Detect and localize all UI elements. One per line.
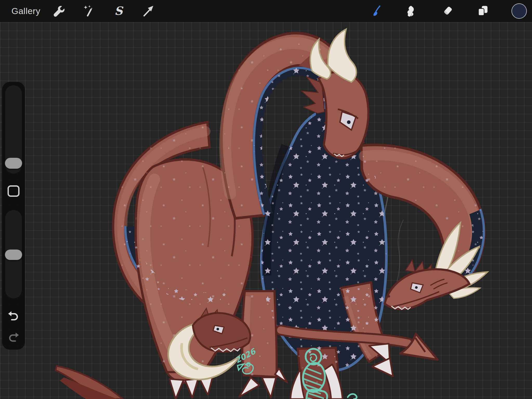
opacity-handle[interactable]	[5, 250, 22, 260]
dragon-right-head	[385, 223, 488, 309]
drawing-canvas[interactable]: 2026	[0, 22, 532, 399]
paintbrush-icon	[369, 5, 382, 18]
wrench-icon	[52, 5, 65, 18]
svg-text:S: S	[114, 5, 123, 17]
selection-button[interactable]: S	[109, 0, 128, 22]
undo-button[interactable]	[7, 310, 20, 322]
dragon-top-neck	[221, 33, 350, 218]
redo-button[interactable]	[7, 331, 20, 343]
smudge-button[interactable]	[401, 0, 420, 22]
potion-bottle-sketch	[301, 349, 357, 399]
brush-sidebar	[2, 82, 25, 350]
transform-arrow-icon	[142, 5, 155, 18]
dragon-starry-belly	[261, 109, 386, 370]
brush-size-handle[interactable]	[5, 158, 22, 169]
dragon-tail	[281, 330, 438, 360]
belly-stars	[109, 60, 499, 387]
smoke-wisp	[380, 158, 403, 307]
color-swatch-circle[interactable]	[511, 3, 527, 19]
dragon-left-limb	[56, 366, 123, 399]
procreate-app: 2026 Gallery	[0, 0, 532, 399]
dragon-artwork: 2026	[0, 0, 532, 399]
dragon-left-neck-loop	[113, 122, 236, 328]
redo-arrow-icon	[10, 333, 19, 341]
transform-button[interactable]	[139, 0, 158, 22]
magic-wand-icon	[82, 5, 95, 18]
signature-year: 2026	[234, 346, 258, 365]
erase-button[interactable]	[438, 0, 457, 22]
dragon-small-head	[168, 308, 250, 380]
dragon-hindquarters	[136, 159, 253, 383]
actions-button[interactable]	[49, 0, 68, 22]
layers-icon	[476, 5, 489, 18]
dragon-top-head	[299, 29, 369, 158]
artist-signature: 2026	[234, 346, 258, 374]
dragon-claws	[169, 344, 393, 399]
paint-button[interactable]	[366, 0, 385, 22]
smudge-finger-icon	[404, 5, 417, 18]
gallery-button[interactable]: Gallery	[11, 0, 40, 22]
layers-button[interactable]	[473, 0, 492, 22]
dragon-right-neck	[361, 145, 484, 295]
adjustments-button[interactable]	[79, 0, 98, 22]
dragon-legs	[242, 282, 388, 399]
top-toolbar: Gallery S	[0, 0, 532, 22]
eraser-icon	[441, 5, 454, 18]
modify-button[interactable]	[8, 185, 19, 197]
body-speckles	[99, 23, 504, 390]
selection-s-icon: S	[112, 5, 125, 18]
undo-arrow-icon	[8, 311, 17, 320]
